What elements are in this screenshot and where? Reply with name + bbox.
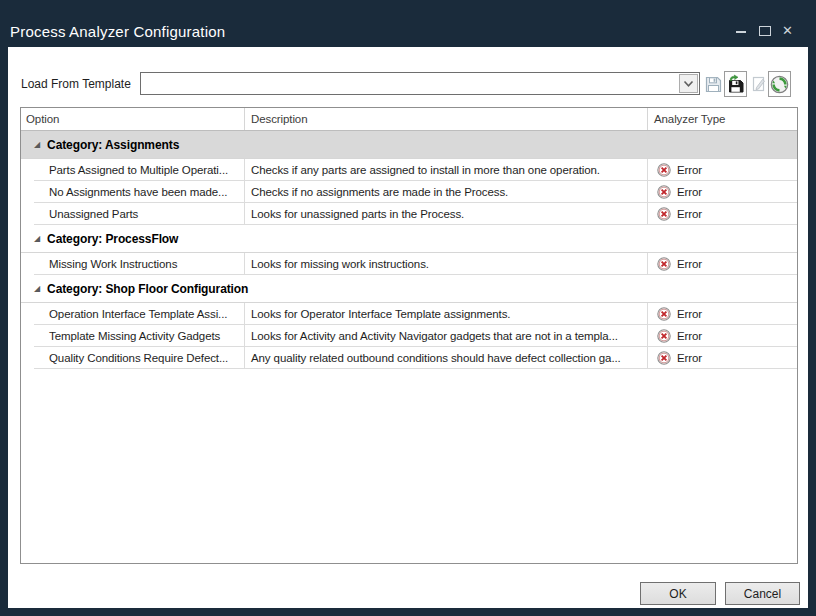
analyzer-type-cell: Error (648, 325, 797, 346)
analyzer-type-label: Error (677, 186, 702, 198)
table-row[interactable]: Template Missing Activity Gadgets Looks … (21, 325, 797, 347)
load-template-icon (726, 74, 745, 94)
error-icon (657, 185, 671, 199)
description-cell: Looks for Operator Interface Template as… (245, 303, 648, 324)
analyzer-table: Option Description Analyzer Type ◢ Categ… (20, 107, 798, 564)
analyzer-type-cell: Error (648, 303, 797, 324)
window-title: Process Analyzer Configuration (10, 23, 225, 40)
ok-button[interactable]: OK (640, 582, 716, 605)
row-indent (21, 203, 34, 225)
table-row[interactable]: Missing Work Instructions Looks for miss… (21, 253, 797, 275)
dialog-window: Process Analyzer Configuration ✕ Load Fr… (0, 0, 816, 616)
cancel-button[interactable]: Cancel (725, 582, 800, 605)
error-icon (657, 207, 671, 221)
edit-template-button[interactable] (750, 73, 768, 95)
error-icon (657, 307, 671, 321)
category-row-processflow[interactable]: ◢ Category: ProcessFlow (21, 225, 797, 253)
close-icon[interactable]: ✕ (782, 24, 793, 37)
column-header-description[interactable]: Description (245, 108, 648, 130)
error-icon (657, 163, 671, 177)
option-cell: No Assignments have been made... (34, 181, 245, 202)
error-icon (657, 329, 671, 343)
description-cell: Checks if any parts are assigned to inst… (245, 159, 648, 180)
option-cell: Missing Work Instructions (34, 253, 245, 274)
option-cell: Quality Conditions Require Defect... (34, 347, 245, 368)
refresh-icon (770, 75, 789, 94)
load-template-button[interactable] (724, 71, 747, 97)
description-cell: Any quality related outbound conditions … (245, 347, 648, 368)
option-cell: Operation Interface Template Assi... (34, 303, 245, 324)
save-template-button[interactable] (704, 73, 722, 95)
analyzer-type-cell: Error (648, 159, 797, 180)
analyzer-type-label: Error (677, 352, 702, 364)
category-label: Category: Assignments (47, 138, 179, 152)
category-label: Category: ProcessFlow (47, 232, 178, 246)
minimize-icon[interactable] (736, 31, 746, 33)
analyzer-type-cell: Error (648, 253, 797, 274)
table-row[interactable]: Unassigned Parts Looks for unassigned pa… (21, 203, 797, 225)
analyzer-type-cell: Error (648, 181, 797, 202)
row-indent (21, 303, 34, 325)
error-icon (657, 351, 671, 365)
refresh-button[interactable] (768, 71, 791, 97)
titlebar: Process Analyzer Configuration ✕ (0, 0, 816, 47)
maximize-icon[interactable] (759, 26, 771, 36)
analyzer-type-label: Error (677, 308, 702, 320)
category-row-assignments[interactable]: ◢ Category: Assignments (21, 131, 797, 159)
chevron-down-icon[interactable] (679, 74, 698, 93)
option-cell: Parts Assigned to Multiple Operati... (34, 159, 245, 180)
group-expander-icon[interactable]: ◢ (34, 285, 40, 293)
table-row[interactable]: Operation Interface Template Assi... Loo… (21, 303, 797, 325)
table-row[interactable]: Quality Conditions Require Defect... Any… (21, 347, 797, 369)
table-row[interactable]: Parts Assigned to Multiple Operati... Ch… (21, 159, 797, 181)
row-indent (21, 181, 34, 203)
description-cell: Looks for Activity and Activity Navigato… (245, 325, 648, 346)
row-indent (21, 159, 34, 181)
group-expander-icon[interactable]: ◢ (34, 141, 40, 149)
row-indent (21, 253, 34, 275)
description-cell: Looks for missing work instructions. (245, 253, 648, 274)
row-indent (21, 347, 34, 369)
option-cell: Unassigned Parts (34, 203, 245, 224)
column-header-option[interactable]: Option (21, 108, 245, 130)
category-label: Category: Shop Floor Configuration (47, 282, 248, 296)
description-cell: Checks if no assignments are made in the… (245, 181, 648, 202)
save-icon (705, 76, 722, 93)
analyzer-type-label: Error (677, 330, 702, 342)
analyzer-type-label: Error (677, 258, 702, 270)
template-combobox[interactable] (140, 72, 700, 95)
dialog-content: Load From Template (8, 47, 808, 608)
error-icon (657, 257, 671, 271)
option-cell: Template Missing Activity Gadgets (34, 325, 245, 346)
group-expander-icon[interactable]: ◢ (34, 235, 40, 243)
category-row-shop-floor-configuration[interactable]: ◢ Category: Shop Floor Configuration (21, 275, 797, 303)
load-from-template-label: Load From Template (21, 77, 131, 91)
analyzer-type-cell: Error (648, 203, 797, 224)
analyzer-type-label: Error (677, 164, 702, 176)
edit-icon (751, 75, 767, 93)
analyzer-type-cell: Error (648, 347, 797, 368)
table-header-row: Option Description Analyzer Type (21, 108, 797, 131)
description-cell: Looks for unassigned parts in the Proces… (245, 203, 648, 224)
row-indent (21, 325, 34, 347)
table-row[interactable]: No Assignments have been made... Checks … (21, 181, 797, 203)
column-header-analyzer-type[interactable]: Analyzer Type (648, 108, 797, 130)
analyzer-type-label: Error (677, 208, 702, 220)
